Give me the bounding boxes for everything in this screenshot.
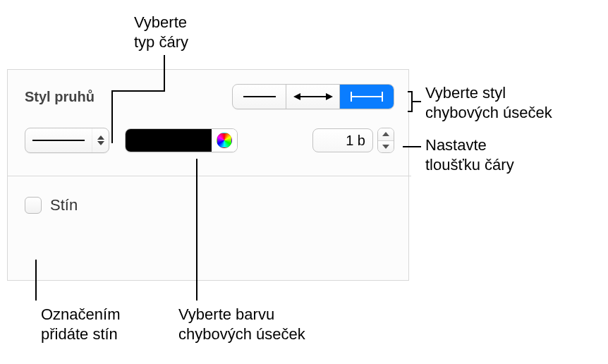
callout-thickness: Nastavte tloušťku čáry [425, 135, 514, 175]
color-wheel-icon [217, 133, 232, 148]
line-thickness-field[interactable]: 1 b [312, 128, 373, 152]
plain-line-icon [242, 90, 277, 104]
callout-line-type: Vyberte typ čáry [134, 13, 188, 52]
thickness-step-down[interactable] [378, 141, 394, 153]
divider [8, 176, 411, 176]
error-bar-color-well[interactable] [125, 128, 238, 152]
callout-line [403, 146, 421, 147]
callout-color: Vyberte barvu chybových úseček [178, 305, 305, 344]
svg-marker-7 [97, 135, 104, 140]
shadow-checkbox[interactable] [25, 197, 42, 214]
callout-error-bar-style: Vyberte styl chybových úseček [425, 83, 552, 123]
svg-marker-9 [382, 132, 389, 136]
line-type-popup[interactable] [25, 128, 109, 153]
callout-line [111, 90, 165, 92]
error-bar-style-arrow[interactable] [286, 85, 340, 109]
line-thickness-stepper [377, 128, 394, 153]
callout-line [196, 159, 197, 301]
callout-bracket [408, 91, 413, 92]
callout-shadow: Označením přidáte stín [41, 305, 121, 344]
error-bar-style-capped[interactable] [340, 85, 394, 109]
error-bar-style-segmented [232, 84, 394, 109]
color-picker-button[interactable] [212, 129, 237, 152]
svg-marker-3 [326, 93, 333, 100]
thickness-step-up[interactable] [378, 128, 394, 141]
callout-bracket [411, 101, 421, 102]
callout-line [111, 90, 113, 143]
t-cap-line-icon [347, 90, 387, 104]
color-swatch [126, 129, 212, 152]
svg-marker-2 [293, 93, 300, 100]
shadow-label: Stín [50, 196, 78, 214]
line-thickness-value: 1 b [346, 133, 365, 149]
solid-line-icon [25, 140, 92, 141]
callout-line [164, 55, 165, 90]
arrow-cap-line-icon [293, 90, 333, 104]
svg-marker-8 [97, 141, 104, 145]
popup-arrows-icon [92, 128, 109, 152]
callout-line [35, 260, 37, 301]
bar-style-panel: Styl pruhů [7, 69, 409, 281]
error-bar-style-line[interactable] [233, 85, 286, 109]
section-title: Styl pruhů [25, 89, 95, 105]
callout-bracket [408, 111, 413, 112]
chevron-up-icon [382, 132, 389, 136]
svg-marker-10 [382, 145, 389, 149]
chevron-down-icon [382, 145, 389, 149]
